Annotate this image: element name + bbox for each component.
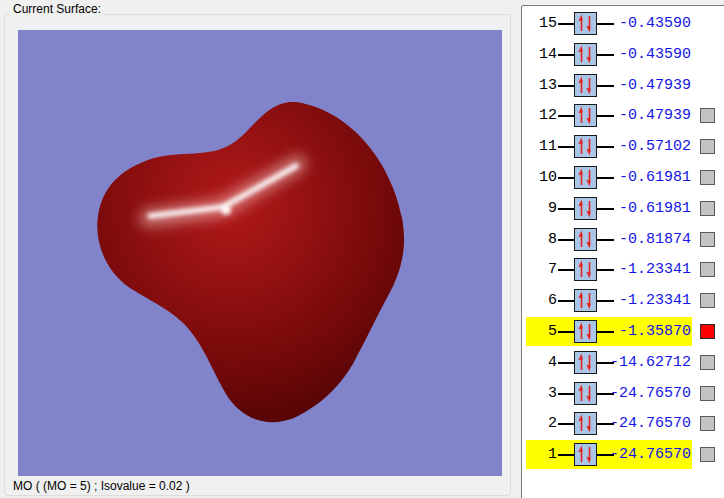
mo-checkbox[interactable] bbox=[700, 232, 715, 247]
mo-number: 10 bbox=[531, 169, 557, 186]
mo-energy-value: -1.23341 bbox=[610, 261, 691, 278]
spin-pair-button[interactable] bbox=[574, 382, 597, 405]
mo-number: 6 bbox=[531, 292, 557, 309]
energy-level-line bbox=[558, 393, 574, 395]
spin-pair-button[interactable] bbox=[574, 320, 597, 343]
spin-up-down-icon bbox=[575, 167, 596, 188]
mo-number: 13 bbox=[531, 77, 557, 94]
spin-up-down-icon bbox=[575, 13, 596, 34]
mo-energy-value: -0.47939 bbox=[610, 107, 691, 124]
mo-number: 2 bbox=[531, 415, 557, 432]
mo-row[interactable]: 4 -14.62712 bbox=[522, 347, 721, 378]
mo-energy-value: -1.35870 bbox=[610, 323, 691, 340]
spin-pair-button[interactable] bbox=[574, 258, 597, 281]
mo-energy-value: -24.76570 bbox=[610, 446, 691, 463]
mo-checkbox[interactable] bbox=[700, 324, 715, 339]
spin-up-down-icon bbox=[575, 105, 596, 126]
spin-pair-button[interactable] bbox=[574, 43, 597, 66]
mo-checkbox[interactable] bbox=[700, 170, 715, 185]
spin-pair-button[interactable] bbox=[574, 166, 597, 189]
mo-checkbox[interactable] bbox=[700, 262, 715, 277]
current-surface-groupbox: Current Surface: bbox=[4, 14, 511, 496]
mo-checkbox[interactable] bbox=[700, 108, 715, 123]
mo-row[interactable]: 15 -0.43590 bbox=[522, 8, 721, 39]
mo-energy-value: -0.61981 bbox=[610, 169, 691, 186]
spin-pair-button[interactable] bbox=[574, 443, 597, 466]
mo-number: 1 bbox=[531, 446, 557, 463]
spin-pair-button[interactable] bbox=[574, 351, 597, 374]
mo-number: 7 bbox=[531, 261, 557, 278]
energy-level-line bbox=[558, 54, 574, 56]
mo-row[interactable]: 9 -0.61981 bbox=[522, 193, 721, 224]
spin-up-down-icon bbox=[575, 44, 596, 65]
energy-level-line bbox=[558, 300, 574, 302]
energy-level-line bbox=[558, 177, 574, 179]
spin-pair-button[interactable] bbox=[574, 12, 597, 35]
spin-pair-button[interactable] bbox=[574, 104, 597, 127]
mo-number: 11 bbox=[531, 138, 557, 155]
spin-up-down-icon bbox=[575, 198, 596, 219]
spin-pair-button[interactable] bbox=[574, 74, 597, 97]
spin-pair-button[interactable] bbox=[574, 412, 597, 435]
mo-energy-value: -0.47939 bbox=[610, 77, 691, 94]
spin-up-down-icon bbox=[575, 290, 596, 311]
mo-energy-value: -0.61981 bbox=[610, 200, 691, 217]
mo-row[interactable]: 2 -24.76570 bbox=[522, 408, 721, 439]
energy-level-line bbox=[558, 208, 574, 210]
mo-number: 14 bbox=[531, 46, 557, 63]
mo-energy-panel: 15 -0.43590 14 bbox=[521, 5, 724, 498]
spin-up-down-icon bbox=[575, 352, 596, 373]
mo-row[interactable]: 12 -0.47939 bbox=[522, 100, 721, 131]
mo-energy-value: -24.76570 bbox=[610, 385, 691, 402]
spin-up-down-icon bbox=[575, 136, 596, 157]
energy-level-line bbox=[558, 454, 574, 456]
energy-level-line bbox=[558, 423, 574, 425]
mo-row[interactable]: 7 -1.23341 bbox=[522, 254, 721, 285]
mo-row[interactable]: 3 -24.76570 bbox=[522, 378, 721, 409]
spin-up-down-icon bbox=[575, 383, 596, 404]
mo-number: 8 bbox=[531, 231, 557, 248]
mo-energy-value: -0.43590 bbox=[610, 15, 691, 32]
mo-checkbox[interactable] bbox=[700, 201, 715, 216]
mo-row[interactable]: 13 -0.47939 bbox=[522, 70, 721, 101]
mo-row[interactable]: 10 -0.61981 bbox=[522, 162, 721, 193]
spin-up-down-icon bbox=[575, 229, 596, 250]
mo-row[interactable]: 8 -0.81874 bbox=[522, 224, 721, 255]
mo-energy-value: -24.76570 bbox=[610, 415, 691, 432]
mo-checkbox[interactable] bbox=[700, 355, 715, 370]
mo-checkbox[interactable] bbox=[700, 447, 715, 462]
mo-number: 3 bbox=[531, 385, 557, 402]
mo-isosurface bbox=[18, 30, 502, 476]
mo-checkbox[interactable] bbox=[700, 416, 715, 431]
energy-level-line bbox=[558, 146, 574, 148]
surface-status-text: MO ( (MO = 5) ; Isovalue = 0.02 ) bbox=[13, 479, 190, 493]
mo-row[interactable]: 14 -0.43590 bbox=[522, 39, 721, 70]
mo-row[interactable]: 1 -24.76570 bbox=[522, 439, 721, 470]
spin-up-down-icon bbox=[575, 321, 596, 342]
mo-row[interactable]: 6 -1.23341 bbox=[522, 285, 721, 316]
mo-checkbox[interactable] bbox=[700, 386, 715, 401]
energy-level-line bbox=[558, 239, 574, 241]
mo-energy-value: -0.81874 bbox=[610, 231, 691, 248]
mo-energy-value: -14.62712 bbox=[610, 354, 691, 371]
spin-up-down-icon bbox=[575, 444, 596, 465]
mo-checkbox[interactable] bbox=[700, 139, 715, 154]
energy-level-line bbox=[558, 115, 574, 117]
groupbox-title: Current Surface: bbox=[10, 2, 104, 16]
mo-row[interactable]: 11 -0.57102 bbox=[522, 131, 721, 162]
spin-up-down-icon bbox=[575, 259, 596, 280]
mo-number: 15 bbox=[531, 15, 557, 32]
surface-viewport[interactable] bbox=[18, 30, 502, 476]
spin-pair-button[interactable] bbox=[574, 289, 597, 312]
mo-checkbox[interactable] bbox=[700, 293, 715, 308]
mo-number: 5 bbox=[531, 323, 557, 340]
spin-pair-button[interactable] bbox=[574, 135, 597, 158]
energy-level-line bbox=[558, 362, 574, 364]
energy-level-line bbox=[558, 269, 574, 271]
spin-pair-button[interactable] bbox=[574, 228, 597, 251]
mo-number: 9 bbox=[531, 200, 557, 217]
mo-energy-value: -0.57102 bbox=[610, 138, 691, 155]
mo-row[interactable]: 5 -1.35870 bbox=[522, 316, 721, 347]
energy-level-line bbox=[558, 85, 574, 87]
spin-pair-button[interactable] bbox=[574, 197, 597, 220]
